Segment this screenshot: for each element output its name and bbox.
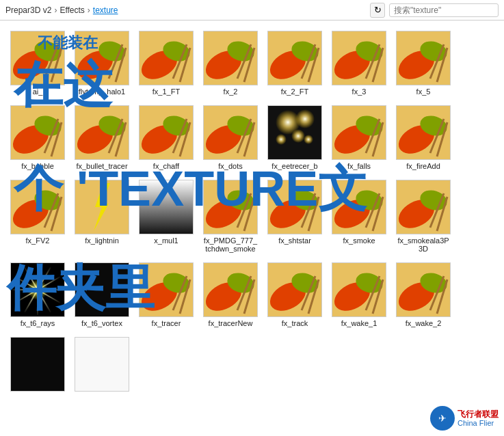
file-item[interactable]: fx_eetrecer_b	[264, 102, 326, 174]
file-grid: ai_flytamp_halo1fx_1_FTfx_2fx_2_FTfx_3fx…	[0, 21, 504, 436]
file-item[interactable]: ai_	[7, 27, 68, 99]
file-name-label: fx_fireAdd	[406, 162, 440, 170]
watermark-logo: ✈	[430, 406, 455, 431]
file-thumbnail	[10, 262, 65, 317]
file-item[interactable]: fx_wake_1	[328, 259, 390, 331]
file-thumbnail	[203, 180, 258, 234]
sep2: ›	[88, 5, 90, 15]
file-thumbnail	[75, 31, 129, 85]
breadcrumb-prepar3d[interactable]: Prepar3D v2	[5, 5, 51, 15]
file-item[interactable]: fx_bubble	[7, 102, 68, 174]
file-name-label: ai_	[33, 87, 43, 96]
file-item[interactable]: fx_t6_rays	[7, 259, 68, 331]
file-name-label: fx_lightnin	[85, 236, 119, 245]
file-thumbnail	[10, 31, 65, 85]
file-name-label: fx_chaff	[153, 162, 179, 170]
file-name-label: fx_bullet_tracer	[76, 162, 127, 170]
file-thumbnail	[139, 262, 194, 317]
breadcrumb[interactable]: Prepar3D v2 › Effects › texture	[5, 5, 366, 15]
content-area: ai_flytamp_halo1fx_1_FTfx_2fx_2_FTfx_3fx…	[0, 21, 504, 436]
file-item[interactable]: fx_chaff	[135, 102, 197, 174]
file-name-label: fx_dots	[218, 162, 242, 170]
file-thumbnail	[396, 31, 451, 85]
file-thumbnail	[332, 105, 386, 160]
file-thumbnail	[203, 262, 258, 317]
refresh-button[interactable]: ↻	[370, 3, 385, 18]
file-thumbnail	[10, 337, 65, 392]
file-item[interactable]: fx_5	[393, 27, 454, 99]
file-name-label: fx_PMDG_777_tchdwn_smoke	[203, 236, 258, 253]
file-item[interactable]: fx_smoke	[328, 176, 390, 256]
file-name-label: fx_wake_2	[406, 319, 442, 327]
file-thumbnail	[75, 337, 129, 392]
file-item[interactable]: fx_FV2	[7, 176, 68, 256]
file-name-label: x_mul1	[154, 236, 178, 245]
file-name-label: fx_2_FT	[281, 87, 308, 96]
file-name-label: fx_falls	[347, 162, 371, 170]
file-item[interactable]: fx_wake_2	[393, 259, 454, 331]
sep1: ›	[54, 5, 57, 15]
address-bar: Prepar3D v2 › Effects › texture ↻	[0, 0, 504, 21]
file-item[interactable]: fx_2_FT	[264, 27, 326, 99]
file-item[interactable]: fx_1_FT	[135, 27, 197, 99]
watermark-line2: China Flier	[457, 419, 499, 427]
file-thumbnail	[139, 31, 194, 85]
file-name-label: fx_1_FT	[152, 87, 180, 96]
file-name-label: fx_FV2	[26, 236, 50, 245]
file-name-label: fx_smoke	[343, 236, 375, 245]
file-item[interactable]: fx_track	[264, 259, 326, 331]
file-name-label: fx_bubble	[21, 162, 54, 170]
file-item[interactable]: fx_2	[200, 27, 261, 99]
file-thumbnail	[10, 180, 65, 234]
file-name-label: fx_t6_vortex	[81, 319, 122, 327]
file-thumbnail	[396, 180, 451, 234]
file-item[interactable]: fx_falls	[328, 102, 390, 174]
file-name-label: fx_5	[416, 87, 431, 96]
file-thumbnail	[203, 31, 258, 85]
file-thumbnail	[332, 31, 386, 85]
file-name-label: fx_shtstar	[278, 236, 311, 245]
file-item[interactable]: fx_bullet_tracer	[71, 102, 133, 174]
file-thumbnail	[75, 262, 129, 317]
file-name-label: fx_smokeala3P3D	[396, 236, 451, 253]
file-name-label: fx_wake_1	[341, 319, 377, 327]
file-thumbnail	[396, 262, 451, 317]
search-box[interactable]	[389, 3, 499, 17]
file-item[interactable]	[71, 333, 133, 397]
file-item[interactable]: fx_PMDG_777_tchdwn_smoke	[200, 176, 261, 256]
file-thumbnail	[267, 180, 322, 234]
file-item[interactable]: fx_tracerNew	[200, 259, 261, 331]
file-item[interactable]: fx_shtstar	[264, 176, 326, 256]
file-thumbnail	[332, 180, 386, 234]
file-thumbnail	[75, 180, 129, 234]
file-item[interactable]: fx_fireAdd	[393, 102, 454, 174]
file-item[interactable]: flytamp_halo1	[71, 27, 133, 99]
file-item[interactable]: fx_lightnin	[71, 176, 133, 256]
file-name-label: fx_2	[224, 87, 238, 96]
file-thumbnail	[139, 105, 194, 160]
file-thumbnail	[267, 31, 322, 85]
breadcrumb-texture[interactable]: texture	[93, 5, 118, 15]
plane-icon: ✈	[438, 413, 447, 424]
file-name-label: fx_3	[352, 87, 367, 96]
file-name-label: fx_track	[282, 319, 308, 327]
search-input[interactable]	[394, 5, 476, 15]
file-thumbnail	[396, 105, 451, 160]
file-name-label: flytamp_halo1	[79, 87, 126, 96]
watermark-text-block: 飞行者联盟 China Flier	[457, 409, 499, 427]
file-item[interactable]: fx_dots	[200, 102, 261, 174]
file-item[interactable]	[7, 333, 68, 397]
file-item[interactable]: x_mul1	[135, 176, 197, 256]
file-thumbnail	[75, 105, 129, 160]
file-item[interactable]: fx_3	[328, 27, 390, 99]
file-item[interactable]: fx_smokeala3P3D	[393, 176, 454, 256]
file-thumbnail	[139, 180, 194, 234]
file-thumbnail	[203, 105, 258, 160]
file-item[interactable]: fx_t6_vortex	[71, 259, 133, 331]
watermark: ✈ 飞行者联盟 China Flier	[430, 406, 499, 431]
file-item[interactable]: fx_tracer	[135, 259, 197, 331]
file-thumbnail	[267, 105, 322, 160]
breadcrumb-effects[interactable]: Effects	[59, 5, 84, 15]
file-thumbnail	[10, 105, 65, 160]
file-name-label: fx_t6_rays	[21, 319, 55, 327]
